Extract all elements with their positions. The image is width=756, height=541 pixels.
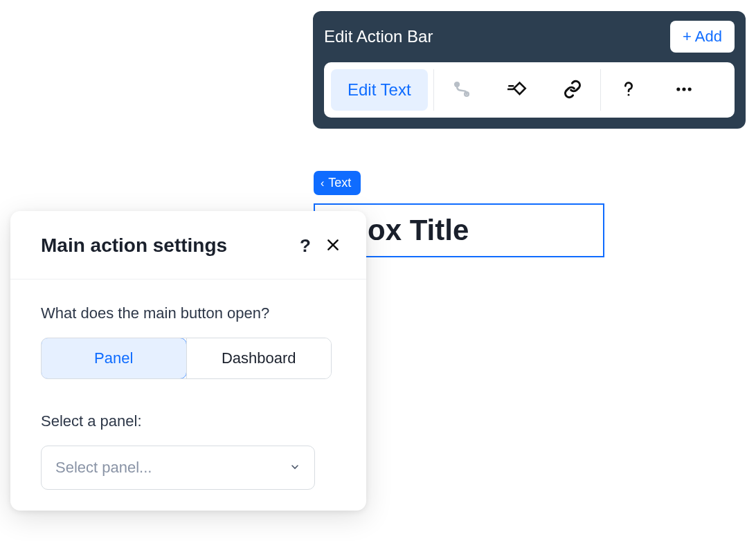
main-action-settings-panel: Main action settings ? What does the mai… [10,211,366,511]
help-icon-button[interactable] [601,69,656,111]
edit-action-bar: Edit Action Bar + Add Edit Text [313,11,746,129]
settings-close-button[interactable] [319,232,347,259]
dots-horizontal-icon [674,80,694,101]
select-panel-label: Select a panel: [41,412,336,430]
chevron-left-icon: ‹ [321,177,324,190]
breadcrumb-text[interactable]: ‹ Text [314,171,361,195]
chevron-down-icon [289,459,300,477]
settings-help-button[interactable]: ? [291,232,319,259]
settings-body: What does the main button open? Panel Da… [10,279,366,490]
edit-text-button[interactable]: Edit Text [331,69,428,111]
panel-select[interactable]: Select panel... [41,446,315,490]
panel-select-placeholder: Select panel... [55,459,152,477]
add-button[interactable]: + Add [670,21,735,53]
link-icon-button[interactable] [545,69,600,111]
path-icon [452,80,471,101]
question-icon: ? [300,235,311,257]
action-icon-group-1 [433,69,600,111]
action-bar-toolbar: Edit Text [324,62,735,118]
path-icon-button[interactable] [434,69,489,111]
title-field-value: ox Title [368,214,469,247]
more-icon-button[interactable] [656,69,712,111]
link-icon [563,80,582,101]
panel-select-wrap: Select panel... [41,446,315,490]
svg-point-8 [687,87,691,91]
settings-header: Main action settings ? [10,211,366,279]
svg-point-6 [676,87,680,91]
settings-title: Main action settings [41,235,291,257]
open-target-toggle: Panel Dashboard [41,338,332,379]
toggle-option-panel[interactable]: Panel [41,338,187,379]
diamond-icon-button[interactable] [489,69,545,111]
breadcrumb-label: Text [328,176,351,190]
svg-point-5 [627,93,629,95]
close-icon [326,238,340,254]
settings-question-label: What does the main button open? [41,304,336,322]
svg-point-7 [682,87,685,91]
question-icon [619,80,638,101]
diamond-icon [507,80,527,101]
action-icon-group-2 [600,69,712,111]
action-bar-header: Edit Action Bar + Add [324,21,735,53]
toggle-option-dashboard[interactable]: Dashboard [186,338,332,378]
action-bar-title: Edit Action Bar [324,27,433,46]
svg-rect-2 [514,82,525,93]
